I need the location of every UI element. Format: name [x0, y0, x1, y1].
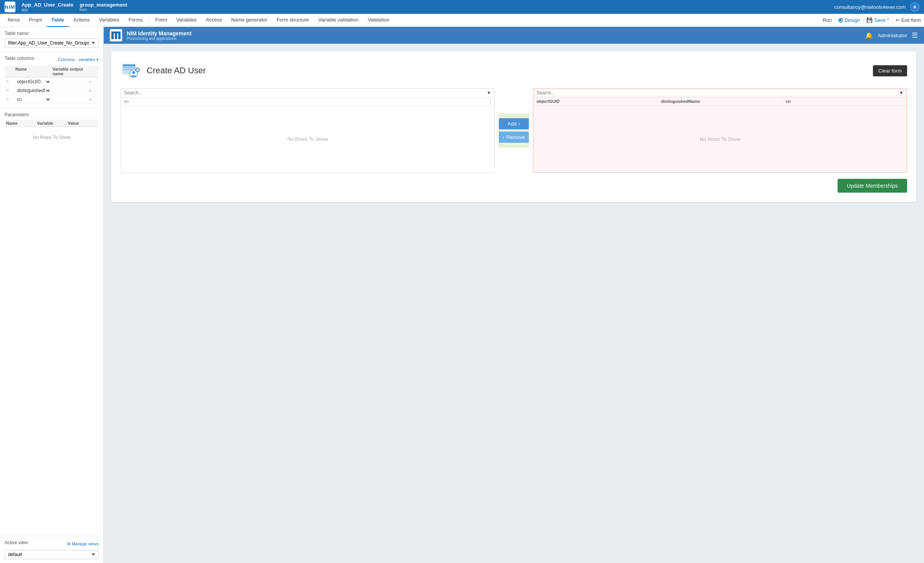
- breadcrumb-app-sub: app: [22, 8, 73, 12]
- active-view-select[interactable]: default: [5, 550, 99, 559]
- svg-rect-12: [136, 69, 139, 70]
- clear-form-button[interactable]: Clear form: [873, 65, 907, 76]
- right-col-header: objectGUID distinguishedName cn: [533, 97, 907, 106]
- dual-list-container: ▼ cn | No Rows To Show Add ›: [121, 88, 907, 173]
- col-name-distinguishedname[interactable]: distinguishedName: [15, 88, 51, 94]
- form-title-area: Create AD User: [121, 61, 206, 81]
- form-card: Create AD User Clear form ▼ cn |: [111, 51, 916, 202]
- nav-divider: [149, 17, 149, 24]
- tab-props[interactable]: Props: [25, 14, 47, 27]
- nim-logo-icon: [111, 30, 121, 41]
- middle-bg: Add › ‹ Remove: [498, 113, 529, 148]
- right-col-distinguishedname: distinguishedName: [658, 97, 782, 105]
- nim-identity-title: NIM Identity Management: [127, 30, 192, 36]
- drag-handle-1[interactable]: ⠿: [6, 80, 14, 84]
- update-memberships-button[interactable]: Update Memberships: [838, 179, 907, 193]
- tab-access[interactable]: Access: [201, 14, 227, 27]
- svg-rect-6: [123, 67, 135, 68]
- left-filter-icon[interactable]: ▼: [487, 90, 491, 96]
- no-rows-params: No Rows To Show: [5, 127, 99, 148]
- nim-identity-logo: [110, 29, 122, 41]
- left-col-resize: |: [490, 99, 491, 104]
- col-row-cn: ⠿ cn ▾: [5, 95, 99, 104]
- form-title: Create AD User: [147, 66, 206, 76]
- col-expand-2[interactable]: ▾: [89, 89, 97, 93]
- tab-table[interactable]: Table: [47, 14, 69, 27]
- col-header-drag: [6, 67, 14, 76]
- right-search-input[interactable]: [537, 90, 897, 96]
- manage-views-link[interactable]: ⚙ Manage views: [67, 542, 99, 546]
- header-right: consultancy@nwtools4ever.com A: [834, 2, 919, 12]
- left-nav-tabs: Items Props Table Actions Variables Form…: [3, 14, 147, 27]
- col-row-distinguishedname: ⠿ distinguishedName ▾: [5, 86, 99, 95]
- tab-variables-right[interactable]: Variables: [172, 14, 201, 27]
- user-avatar: A: [910, 2, 919, 12]
- col-header-row: Name Variable output name: [5, 66, 99, 78]
- right-list-panel: ▼ objectGUID distinguishedName cn No Row…: [533, 88, 907, 173]
- add-arrow-icon: ›: [518, 121, 520, 127]
- columns-variables-link[interactable]: Columns · variables ▾: [58, 57, 99, 62]
- table-columns-label: Table columns:: [5, 56, 35, 61]
- col-header-action: [89, 67, 97, 76]
- tab-variable-validation[interactable]: Variable validation: [313, 14, 363, 27]
- param-col-name: Name: [6, 121, 35, 125]
- divider-3: [892, 17, 893, 24]
- table-name-select[interactable]: filter.App_AD_User_Create_No_Groups: [5, 38, 99, 48]
- add-button[interactable]: Add ›: [499, 118, 529, 129]
- tab-items[interactable]: Items: [3, 14, 25, 27]
- drag-handle-3[interactable]: ⠿: [6, 97, 14, 102]
- col-name-objectguid[interactable]: objectGUID: [15, 79, 51, 85]
- main-layout: Table name: filter.App_AD_User_Create_No…: [0, 27, 924, 563]
- tab-form-structure[interactable]: Form structure: [272, 14, 314, 27]
- run-button[interactable]: Run: [823, 17, 832, 23]
- col-name-cn[interactable]: cn: [15, 96, 51, 102]
- drag-handle-2[interactable]: ⠿: [6, 89, 14, 93]
- left-list-panel: ▼ cn | No Rows To Show: [121, 88, 495, 173]
- tab-form[interactable]: Form: [151, 14, 171, 27]
- right-content: NIM Identity Management Provisioning and…: [104, 27, 924, 563]
- remove-button[interactable]: ‹ Remove: [499, 132, 529, 143]
- create-ad-user-icon: [121, 61, 141, 81]
- logo-text: NIM: [5, 4, 15, 10]
- second-nav: Items Props Table Actions Variables Form…: [0, 14, 924, 27]
- bell-icon[interactable]: 🔔: [865, 32, 873, 39]
- tab-name-generator[interactable]: Name generator: [227, 14, 272, 27]
- table-columns-section: Table columns: Columns · variables ▾ Nam…: [0, 52, 103, 108]
- nim-identity-text: NIM Identity Management Provisioning and…: [127, 30, 192, 41]
- design-button[interactable]: Design: [838, 17, 860, 23]
- col-row-objectguid: ⠿ objectGUID ▾: [5, 78, 99, 86]
- table-name-label: Table name:: [5, 31, 99, 36]
- update-btn-row: Update Memberships: [121, 179, 907, 193]
- logo-box: NIM: [5, 2, 15, 12]
- right-nav-tabs: Form Variables Access Name generator For…: [151, 14, 394, 27]
- menu-icon[interactable]: ☰: [912, 31, 918, 40]
- nim-identity-bar: NIM Identity Management Provisioning and…: [104, 27, 924, 44]
- param-col-variable: Variable: [37, 121, 66, 125]
- col-header-var: Variable output name: [53, 67, 88, 76]
- middle-buttons: Add › ‹ Remove: [495, 88, 533, 173]
- breadcrumb-item-app: App_AD_User_Create app: [22, 2, 73, 12]
- col-header-name: Name: [15, 67, 51, 76]
- tab-variables[interactable]: Variables: [94, 14, 124, 27]
- exit-form-button[interactable]: ↩ Exit form: [896, 17, 921, 23]
- param-col-value: Value: [68, 121, 97, 125]
- left-list-body: No Rows To Show: [121, 106, 494, 172]
- col-expand-1[interactable]: ▾: [89, 80, 97, 84]
- breadcrumb-item-form: group_management form: [79, 2, 127, 12]
- top-header: NIM App_AD_User_Create app group_managem…: [0, 0, 924, 14]
- save-button[interactable]: 💾 Save *: [866, 17, 889, 23]
- breadcrumb-form-sub: form: [79, 8, 127, 12]
- svg-point-9: [132, 71, 135, 74]
- svg-rect-5: [123, 64, 135, 66]
- col-expand-3[interactable]: ▾: [89, 97, 97, 102]
- tab-forms[interactable]: Forms: [124, 14, 147, 27]
- tab-validation[interactable]: Validation: [363, 14, 394, 27]
- remove-arrow-icon: ‹: [503, 134, 504, 140]
- tab-actions[interactable]: Actions: [69, 14, 94, 27]
- right-col-cn: cn: [783, 97, 907, 105]
- left-panel: Table name: filter.App_AD_User_Create_No…: [0, 27, 104, 563]
- parameters-section: Parameters: Name Variable Value No Rows …: [0, 108, 103, 536]
- gear-icon: ⚙: [67, 542, 71, 546]
- left-search-input[interactable]: [124, 90, 484, 96]
- right-filter-icon[interactable]: ▼: [899, 90, 904, 96]
